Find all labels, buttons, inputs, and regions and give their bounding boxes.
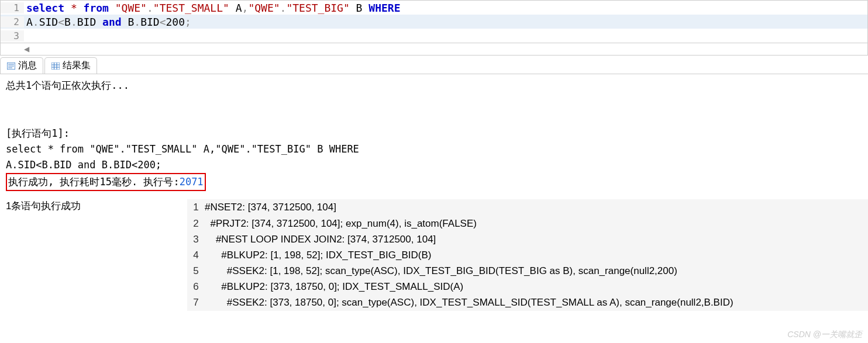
plan-row: 1#NSET2: [374, 3712500, 104]: [187, 199, 868, 215]
scroll-left-icon: ◀: [24, 45, 29, 53]
code-line-2[interactable]: A.SID<B.BID and B.BID<200;: [24, 16, 867, 28]
plan-row-text: #BLKUP2: [373, 18750, 0]; IDX_TEST_SMALL…: [205, 279, 868, 295]
grid-icon: [51, 61, 60, 71]
plan-row-number: 3: [187, 231, 205, 247]
plan-row-text: #BLKUP2: [1, 198, 52]; IDX_TEST_BIG_BID(…: [205, 247, 868, 263]
success-text: 执行成功, 执行耗时15毫秒. 执行号:: [8, 176, 180, 188]
sql-echo: A.SID<B.BID and B.BID<200;: [6, 157, 862, 173]
svg-rect-4: [51, 63, 60, 70]
line-number: 3: [1, 30, 24, 41]
plan-row-text: #SSEK2: [1, 198, 52]; scan_type(ASC), ID…: [205, 263, 868, 279]
execution-result-highlight: 执行成功, 执行耗时15毫秒. 执行号:2071: [6, 173, 206, 191]
tab-label: 消息: [18, 60, 37, 72]
plan-row-text: #NEST LOOP INDEX JOIN2: [374, 3712500, 1…: [205, 231, 868, 247]
plan-tree[interactable]: 1#NSET2: [374, 3712500, 104]2 #PRJT2: [3…: [187, 199, 868, 310]
line-number: 1: [1, 2, 24, 13]
messages-icon: [6, 61, 16, 71]
horizontal-scroll[interactable]: ◀: [0, 43, 868, 56]
code-line-1[interactable]: select * from "QWE"."TEST_SMALL" A,"QWE"…: [24, 2, 867, 14]
output-tabs: 消息 结果集: [0, 57, 868, 74]
execution-plan: 1条语句执行成功 1#NSET2: [374, 3712500, 104]2 #…: [0, 199, 868, 310]
plan-row-number: 6: [187, 279, 205, 295]
plan-row-text: #SSEK2: [373, 18750, 0]; scan_type(ASC),…: [205, 295, 868, 310]
sql-editor[interactable]: 1 select * from "QWE"."TEST_SMALL" A,"QW…: [0, 0, 868, 43]
plan-row: 7 #SSEK2: [373, 18750, 0]; scan_type(ASC…: [187, 295, 868, 310]
plan-row-number: 2: [187, 216, 205, 231]
status-line: 总共1个语句正依次执行...: [6, 78, 862, 93]
sql-echo: select * from "QWE"."TEST_SMALL" A,"QWE"…: [6, 141, 862, 157]
plan-row-number: 1: [187, 199, 205, 215]
exec-statement-label: [执行语句1]:: [6, 126, 862, 141]
plan-row: 6 #BLKUP2: [373, 18750, 0]; IDX_TEST_SMA…: [187, 279, 868, 295]
plan-row: 5 #SSEK2: [1, 198, 52]; scan_type(ASC), …: [187, 263, 868, 279]
plan-row: 4 #BLKUP2: [1, 198, 52]; IDX_TEST_BIG_BI…: [187, 247, 868, 263]
plan-row: 2 #PRJT2: [374, 3712500, 104]; exp_num(4…: [187, 216, 868, 231]
plan-row-number: 5: [187, 263, 205, 279]
plan-row-text: #PRJT2: [374, 3712500, 104]; exp_num(4),…: [205, 216, 868, 231]
line-number: 2: [1, 16, 24, 27]
plan-row-text: #NSET2: [374, 3712500, 104]: [205, 199, 868, 215]
tab-messages[interactable]: 消息: [0, 57, 43, 74]
output-panel: 总共1个语句正依次执行... [执行语句1]: select * from "Q…: [0, 74, 868, 195]
tab-label: 结果集: [63, 60, 91, 72]
plan-row: 3 #NEST LOOP INDEX JOIN2: [374, 3712500,…: [187, 231, 868, 247]
plan-row-number: 7: [187, 295, 205, 310]
execution-id-link[interactable]: 2071: [180, 176, 204, 188]
tab-results[interactable]: 结果集: [44, 57, 97, 74]
completion-status: 1条语句执行成功: [0, 199, 187, 310]
plan-row-number: 4: [187, 247, 205, 263]
